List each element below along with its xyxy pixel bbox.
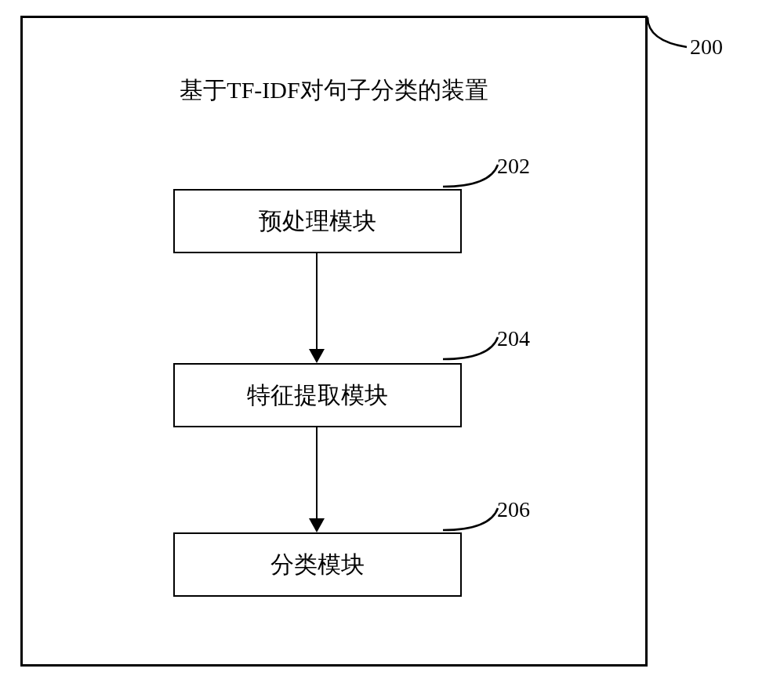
ref-label-206: 206	[497, 497, 530, 522]
ref-label-202: 202	[497, 154, 530, 179]
module-classification: 分类模块	[173, 532, 462, 597]
module-label: 特征提取模块	[247, 380, 388, 412]
module-label: 分类模块	[270, 549, 365, 581]
module-label: 预处理模块	[259, 205, 376, 238]
arrow-head-icon	[309, 518, 325, 532]
arrow-2	[316, 427, 318, 532]
diagram-container: 基于TF-IDF对句子分类的装置 预处理模块 特征提取模块 分类模块	[20, 16, 648, 667]
arrow-head-icon	[309, 349, 325, 363]
ref-label-204: 204	[497, 326, 530, 351]
module-feature-extraction: 特征提取模块	[173, 363, 462, 427]
arrow-line	[316, 427, 318, 518]
arrow-1	[316, 253, 318, 363]
diagram-title: 基于TF-IDF对句子分类的装置	[23, 74, 645, 107]
ref-label-200: 200	[690, 35, 723, 60]
arrow-line	[316, 253, 318, 349]
leader-line-200	[644, 17, 691, 56]
module-preprocessing: 预处理模块	[173, 189, 462, 253]
